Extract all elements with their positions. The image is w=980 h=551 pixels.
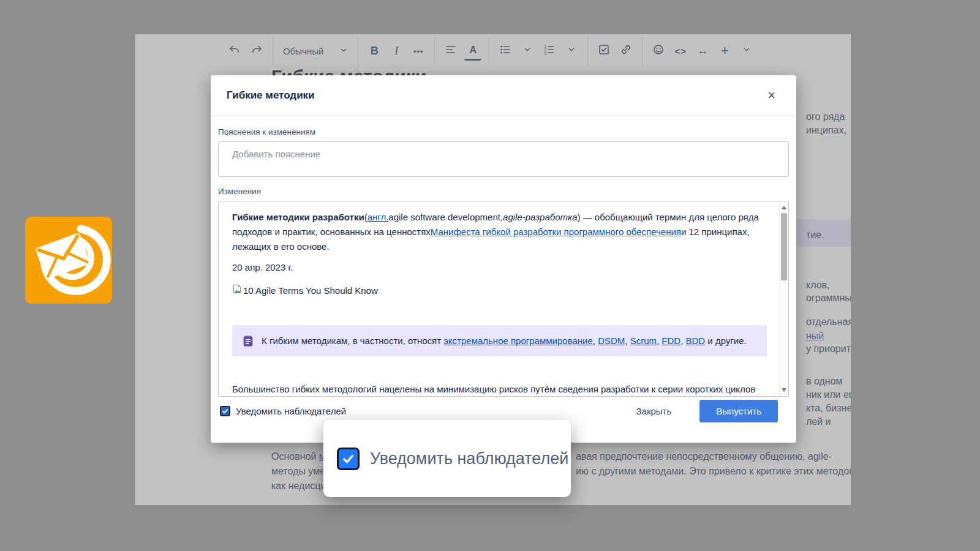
notify-watchers-option[interactable]: Уведомить наблюдателей [220,406,346,416]
align-button[interactable] [442,41,459,61]
background-text-fragment: у приоритетов [806,343,851,354]
background-text-fragment: отдельная [806,317,851,328]
text-style-label: Обычный [283,46,323,56]
changes-label: Изменения [218,187,789,196]
link-icon [620,43,632,59]
insert-chevron[interactable] [738,41,755,61]
background-text-fragment: методы уме [271,466,325,477]
emoji-button[interactable] [650,41,667,61]
scroll-down-icon[interactable] [782,388,786,392]
background-text-fragment: инципах, [806,125,846,136]
bullet-list-button[interactable] [497,41,514,61]
expand-button[interactable]: ↔ [694,41,711,61]
notify-checkbox[interactable] [220,406,230,416]
clipped-paragraph: Большинство гибких методологий нацелены … [232,382,767,395]
cancel-button[interactable]: Закрыть [625,400,683,422]
background-text-fragment: ию с другими методами. Это привело к кри… [576,466,851,477]
svg-text:3: 3 [545,51,547,56]
publish-button[interactable]: Выпустить [699,400,778,422]
chevron-down-icon [567,45,576,57]
more-formatting-button[interactable]: ••• [410,41,427,61]
undo-button[interactable] [226,41,243,61]
diff-paragraph: Гибкие методики разработки(англ.agile so… [232,210,767,254]
comment-input[interactable] [218,141,789,177]
close-button[interactable]: × [763,86,780,105]
chevron-down-icon [742,45,751,57]
mail-app-logo[interactable] [25,217,112,304]
numbered-list-chevron[interactable] [563,41,580,61]
italic-button[interactable]: I [388,41,405,61]
changes-preview-content: Гибкие методики разработки(англ.agile so… [219,202,779,395]
dialog-header: Гибкие методики × [211,75,796,116]
broken-image-alt-text: 10 Agile Terms You Should Know [243,283,378,298]
magnifier-label: Уведомить наблюдателей [370,449,568,468]
note-icon [241,334,255,348]
numbered-list-icon: 123 [543,43,556,59]
notify-checkbox-magnified[interactable] [337,448,360,470]
text-style-select[interactable]: Обычный [281,41,350,61]
comment-label: Пояснения к изменениям [218,127,789,137]
link-button[interactable] [617,41,635,61]
scrollbar[interactable] [779,202,788,395]
mail-swirl-icon [25,295,112,305]
diff-date: 20 апр. 2023 г. [232,260,767,275]
dialog-title: Гибкие методики [227,89,315,102]
undo-icon [228,43,241,59]
background-text-fragment: Основной м [271,451,326,462]
bold-button[interactable]: B [366,41,383,61]
background-text-fragment: клов, [806,280,830,291]
magnifier-popup: Уведомить наблюдателей [323,420,571,497]
editor-toolbar: Обычный B I ••• A 123 <> [135,34,851,67]
close-icon: × [767,88,775,103]
background-link-fragment[interactable]: ный [806,331,824,342]
background-text-fragment: авая предпочтение непосредственному обще… [576,451,832,462]
broken-image-icon [232,283,242,298]
background-text-fragment: ого ряда [806,111,845,122]
background-text-fragment: лей и [806,416,831,427]
code-button[interactable]: <> [672,41,689,61]
background-text-fragment: ник или его [806,389,851,400]
background-text-fragment: как недисци [271,481,326,492]
redo-button[interactable] [248,41,265,61]
redo-icon [251,43,263,59]
scrollbar-thumb[interactable] [781,213,787,280]
background-text-fragment: ограммный [806,293,851,304]
scroll-up-icon[interactable] [782,206,786,209]
background-text-fragment: кта, бизнес- [806,403,851,414]
align-icon [445,43,457,59]
numbered-list-button[interactable]: 123 [541,41,558,61]
text-color-button[interactable]: A [464,41,481,61]
info-panel-text: К гибким методикам, в частности, относят… [262,335,747,346]
chevron-down-icon [523,45,532,57]
bullet-list-chevron[interactable] [519,41,536,61]
emoji-icon [652,43,665,59]
background-text-fragment: тие. [806,230,824,241]
task-checkbox-icon [598,43,610,59]
broken-image-placeholder: 10 Agile Terms You Should Know [232,283,767,298]
dialog-body: Пояснения к изменениям Изменения Гибкие … [211,116,796,397]
changes-preview: Гибкие методики разработки(англ.agile so… [218,201,789,397]
publish-dialog: Гибкие методики × Пояснения к изменениям… [211,75,796,443]
info-panel: К гибким методикам, в частности, относят… [232,325,767,356]
chevron-down-icon [339,46,348,56]
task-list-button[interactable] [595,41,612,61]
notify-label: Уведомить наблюдателей [236,406,346,416]
bullet-list-icon [499,43,511,59]
insert-button[interactable]: + [716,41,733,61]
background-text-fragment: в одном [806,376,843,387]
